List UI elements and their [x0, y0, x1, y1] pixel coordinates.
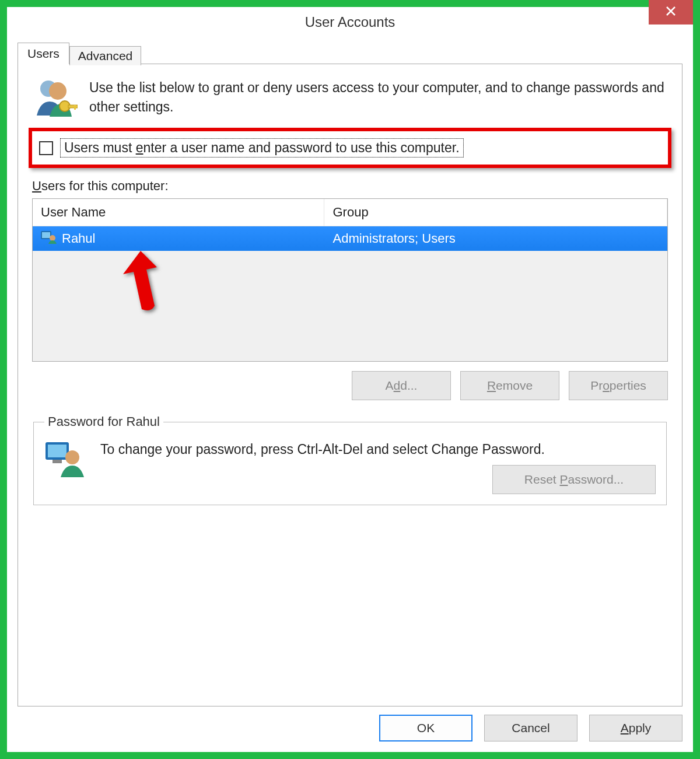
user-group-cell: Administrators; Users	[324, 228, 667, 250]
tab-strip: Users Advanced	[18, 42, 682, 64]
svg-rect-4	[74, 105, 76, 110]
close-icon	[665, 5, 677, 20]
window-title: User Accounts	[305, 14, 396, 30]
add-button[interactable]: Add...	[352, 371, 451, 400]
user-monitor-icon	[44, 440, 86, 481]
svg-rect-3	[68, 105, 78, 108]
table-row[interactable]: Rahul Administrators; Users	[33, 226, 667, 251]
password-groupbox: Password for Rahul To change your passwo…	[33, 414, 667, 505]
dialog-footer: OK Cancel Apply	[7, 706, 693, 752]
svg-rect-6	[42, 232, 50, 238]
svg-point-11	[65, 450, 79, 464]
apply-button[interactable]: Apply	[589, 715, 682, 741]
user-name-cell: Rahul	[62, 231, 95, 246]
svg-point-1	[49, 82, 66, 100]
ok-button[interactable]: OK	[379, 715, 473, 741]
tab-users[interactable]: Users	[18, 43, 69, 64]
titlebar: User Accounts	[7, 7, 693, 37]
content-area: Users Advanced Use the list below to	[7, 37, 693, 706]
user-icon	[41, 230, 57, 247]
svg-rect-9	[48, 445, 66, 457]
users-key-icon	[32, 76, 78, 121]
password-instruction-text: To change your password, press Ctrl-Alt-…	[100, 440, 656, 459]
user-accounts-window: User Accounts Users Advanced	[7, 7, 693, 752]
annotation-arrow-icon	[117, 246, 170, 320]
remove-button[interactable]: Remove	[460, 371, 559, 400]
column-header-username[interactable]: User Name	[33, 199, 324, 226]
reset-password-button[interactable]: Reset Password...	[492, 465, 656, 494]
properties-button[interactable]: Properties	[569, 371, 668, 400]
checkbox-label: Users must enter a user name and passwor…	[64, 140, 460, 155]
svg-rect-10	[52, 460, 62, 463]
password-group-legend: Password for Rahul	[44, 414, 163, 429]
users-listbox[interactable]: User Name Group Rahul	[32, 198, 668, 362]
intro-text: Use the list below to grant or deny user…	[89, 78, 668, 117]
list-header: User Name Group	[33, 199, 667, 226]
checkbox-focus-rect: Users must enter a user name and passwor…	[60, 138, 464, 158]
close-button[interactable]	[649, 0, 693, 25]
tab-advanced[interactable]: Advanced	[69, 46, 141, 65]
list-button-row: Add... Remove Properties	[32, 371, 668, 400]
column-header-group[interactable]: Group	[324, 199, 667, 226]
svg-point-7	[50, 235, 55, 241]
cancel-button[interactable]: Cancel	[484, 715, 578, 741]
users-list-label: Users for this computer:	[32, 179, 668, 194]
annotation-highlight-box: Users must enter a user name and passwor…	[29, 128, 671, 168]
tab-panel-users: Use the list below to grant or deny user…	[18, 64, 682, 706]
intro-section: Use the list below to grant or deny user…	[32, 76, 668, 121]
must-enter-password-checkbox[interactable]	[39, 141, 53, 155]
